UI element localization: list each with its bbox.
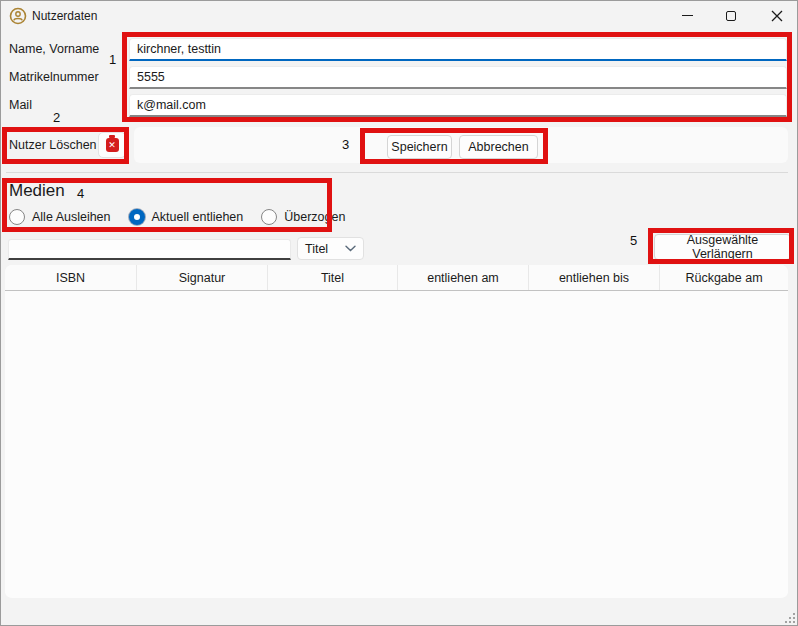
medien-heading: Medien [9,181,65,201]
column-header-entliehen-bis[interactable]: entliehen bis [529,265,660,290]
loans-table-body [5,291,788,597]
radio-aktuell-entliehen[interactable]: Aktuell entliehen [129,209,244,225]
radio-circle-icon [261,209,277,225]
mail-field[interactable] [129,94,787,117]
filter-select-value: Titel [305,242,328,256]
maximize-icon [726,11,736,21]
matrikelnummer-label: Matrikelnummer [9,70,99,84]
save-button[interactable]: Speichern [387,135,452,159]
name-label: Name, Vorname [9,42,99,56]
annotation-number-2: 2 [53,110,60,125]
name-field[interactable] [129,38,787,61]
user-app-icon [9,7,27,25]
chevron-down-icon [345,245,356,252]
column-header-entliehen-am[interactable]: entliehen am [398,265,529,290]
maximize-button[interactable] [709,1,753,30]
cancel-button[interactable]: Abbrechen [459,135,538,159]
delete-user-label: Nutzer Löschen [9,138,97,152]
radio-checked-icon [129,209,145,225]
column-header-titel[interactable]: Titel [268,265,398,290]
delete-user-button[interactable]: ✕ [98,132,126,158]
loans-table-header: ISBN Signatur Titel entliehen am entlieh… [5,265,788,291]
minimize-button[interactable] [665,1,709,30]
close-icon [771,10,783,22]
radio-circle-icon [9,209,25,225]
filter-select[interactable]: Titel [297,237,364,260]
column-header-isbn[interactable]: ISBN [5,265,137,290]
matrikelnummer-field[interactable] [129,66,787,89]
extend-selected-button[interactable]: Ausgewählte Verlängern [654,234,791,260]
radio-alle-ausleihen[interactable]: Alle Ausleihen [9,209,111,225]
minimize-icon [682,15,693,16]
nutzerdaten-window: Nutzerdaten Name, Vorname Matrikelnummer… [0,0,798,626]
annotation-number-5: 5 [630,233,637,248]
column-header-rueckgabe-am[interactable]: Rückgabe am [660,265,788,290]
window-title: Nutzerdaten [32,9,97,23]
section-divider [6,172,788,173]
resize-grip-icon[interactable] [781,609,795,623]
mail-label: Mail [9,98,32,112]
loan-filter-radio-group: Alle Ausleihen Aktuell entliehen Überzog… [9,209,363,225]
annotation-number-4: 4 [77,186,84,201]
column-header-signatur[interactable]: Signatur [137,265,268,290]
red-delete-x-icon: ✕ [106,138,119,152]
loans-table: ISBN Signatur Titel entliehen am entlieh… [5,265,788,598]
media-search-input[interactable] [8,239,291,260]
radio-ueberzogen[interactable]: Überzogen [261,209,345,225]
close-button[interactable] [755,1,798,30]
annotation-number-1: 1 [109,52,116,67]
titlebar: Nutzerdaten [1,1,797,31]
annotation-number-3: 3 [342,137,349,152]
